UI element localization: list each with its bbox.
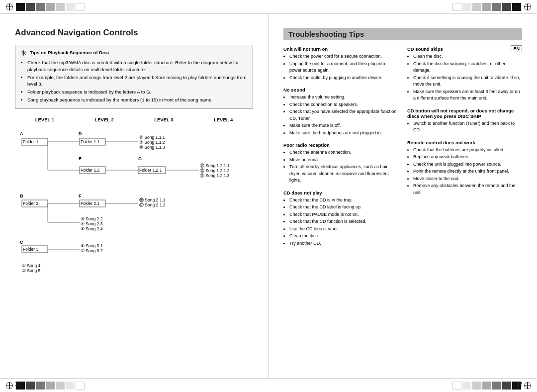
trouble-item: Switch to another function (Tuner) and t… <box>413 120 522 134</box>
trouble-item: Clean the disc. <box>289 233 398 240</box>
folder-diagram: LEVEL 1 LEVEL 2 LEVEL 3 LEVEL 4 A Folder… <box>15 117 253 310</box>
section-poor-radio: Poor radio reception Check the antenna c… <box>283 142 398 184</box>
sun-icon: ✳ <box>20 49 27 57</box>
song212: ⑰ Song 2.1.2 <box>139 202 166 207</box>
tips-box-header: ✳ Tips on Playback Sequence of Disc <box>20 49 248 57</box>
level2-header: LEVEL 2 <box>75 117 134 122</box>
trouble-list: Check the antenna connection. Move anten… <box>283 149 398 184</box>
tips-list: Check that the mp3/WMA disc is created w… <box>20 59 248 103</box>
trouble-item: Check the antenna connection. <box>289 149 398 156</box>
trouble-list: Check that the batteries are properly in… <box>407 147 522 196</box>
right-page-number-fixed: 22 <box>517 382 522 387</box>
folder21-label: Folder 2.1 <box>81 201 100 206</box>
section-heading: Poor radio reception <box>283 142 398 148</box>
level4-header: LEVEL 4 <box>193 117 253 122</box>
trouble-item: Check the unit is plugged into power sou… <box>413 161 522 168</box>
trouble-item: Check the connection to speakers. <box>289 101 398 108</box>
song211: ⑯ Song 2.1.1 <box>139 197 166 202</box>
song1212: ⑭ Song 1.2.1.2 <box>200 168 230 173</box>
level-g-label: G <box>138 156 142 161</box>
bottom-right-crosshair <box>524 382 531 389</box>
trouble-item: Check that you have selected the appropr… <box>289 108 398 122</box>
trouble-item: Check that PAUSE mode is not on. <box>289 211 398 218</box>
level-d-label: D <box>79 131 82 136</box>
trouble-item: Check that the CD is in the tray. <box>289 197 398 204</box>
song23: ④ Song 2.3 <box>81 221 103 226</box>
top-left-strip <box>16 3 85 11</box>
left-page: Advanced Navigation Controls ✳ Tips on P… <box>0 14 268 378</box>
folder2-label: Folder 2 <box>23 201 38 206</box>
level-e-label: E <box>79 156 82 161</box>
trouble-list: Clean the disc. Check the disc for warpi… <box>407 53 522 102</box>
section-heading: CD does not play <box>283 190 398 196</box>
folder11-label: Folder 1.1 <box>81 139 100 144</box>
trouble-item: Clean the disc. <box>413 53 522 60</box>
song1213: ⑮ Song 1.2.1.3 <box>200 173 230 178</box>
trouble-item: Check that the CD function is selected. <box>289 218 398 225</box>
tips-item: Check that the mp3/WMA disc is created w… <box>27 59 248 73</box>
tips-item: Folder playback sequence is indicated by… <box>27 89 248 96</box>
trouble-item: Make sure the headphones are not plugged… <box>289 130 398 137</box>
en-badge: EN <box>511 45 522 52</box>
level-b-label: B <box>20 194 23 198</box>
tips-item: Song playback sequence is indicated by t… <box>27 97 248 103</box>
folder1-label: Folder 1 <box>23 139 38 144</box>
trouble-item: Check if something is causing the unit t… <box>413 75 522 88</box>
section-remote-no-work: Remote control does not work Check that … <box>407 140 522 196</box>
song31: ⑥ Song 3.1 <box>81 243 103 248</box>
trouble-item: Try another CD. <box>289 240 398 247</box>
song24: ⑤ Song 2.4 <box>81 226 103 231</box>
section-unit-no-turn-on: Unit will not turn on Check the power co… <box>283 46 398 81</box>
trouble-left-col: Unit will not turn on Check the power co… <box>283 46 398 253</box>
top-bar <box>0 0 537 14</box>
section-cd-no-play: CD does not play Check that the CD is in… <box>283 190 398 247</box>
main-content: Advanced Navigation Controls ✳ Tips on P… <box>0 14 537 378</box>
trouble-item: Make sure the mute is off. <box>289 122 398 129</box>
trouble-item: Turn off nearby electrical appliances, s… <box>289 164 398 184</box>
trouble-item: Check that the batteries are properly in… <box>413 147 522 154</box>
section-heading: No sound <box>283 87 398 93</box>
level-f-label: F <box>79 194 82 198</box>
section-no-sound: No sound Increase the volume setting. Ch… <box>283 87 398 136</box>
section-cd-sound-skips: CD sound skips Clean the disc. Check the… <box>407 46 522 102</box>
trouble-item: Increase the volume setting. <box>289 94 398 101</box>
trouble-list: Check the power cord for a secure connec… <box>283 53 398 81</box>
section-heading: CD button will not respond, or does not … <box>407 108 522 119</box>
trouble-item: Make sure the speakers are at least 3 fe… <box>413 89 522 102</box>
song112: ⑨ Song 1.1.2 <box>139 140 165 145</box>
folder12-label: Folder 1.2 <box>81 168 100 173</box>
trouble-list: Check that the CD is in the tray. Check … <box>283 197 398 247</box>
right-page: Troubleshooting Tips Unit will not turn … <box>268 14 537 378</box>
trouble-item: Check the power cord for a secure connec… <box>289 53 398 60</box>
bottom-left-crosshair <box>6 382 13 389</box>
diagram-header: LEVEL 1 LEVEL 2 LEVEL 3 LEVEL 4 <box>15 117 253 122</box>
section-heading: Unit will not turn on <box>283 46 398 52</box>
left-page-title: Advanced Navigation Controls <box>15 28 253 38</box>
trouble-right-col: EN CD sound skips Clean the disc. Check … <box>407 46 522 253</box>
section-cd-button-no-respond: CD button will not respond, or does not … <box>407 108 522 134</box>
level-c-label: C <box>20 240 23 245</box>
tips-box: ✳ Tips on Playback Sequence of Disc Chec… <box>15 45 253 109</box>
top-right-crosshair <box>524 3 531 10</box>
right-page-title: Troubleshooting Tips <box>283 28 522 40</box>
tips-item: For example, the folders and songs from … <box>27 74 248 88</box>
trouble-item: Unplug the unit for a moment, and then p… <box>289 61 398 74</box>
section-heading: CD sound skips <box>407 46 522 52</box>
folder3-label: Folder 3 <box>23 247 38 252</box>
top-left-crosshair <box>6 3 13 10</box>
trouble-item: Use the CD lens cleaner. <box>289 226 398 233</box>
trouble-columns: Unit will not turn on Check the power co… <box>283 46 522 253</box>
tips-title: Tips on Playback Sequence of Disc <box>30 49 109 56</box>
trouble-list: Increase the volume setting. Check the c… <box>283 94 398 136</box>
bottom-left-strip <box>16 382 85 390</box>
bottom-bar <box>0 378 537 392</box>
trouble-list: Switch to another function (Tuner) and t… <box>407 120 522 134</box>
level3-header: LEVEL 3 <box>134 117 194 122</box>
trouble-item: Remove any obstacles between the remote … <box>413 183 522 196</box>
trouble-item: Move closer to the unit. <box>413 176 522 183</box>
song111: ⑧ Song 1.1.1 <box>139 135 165 140</box>
song4: ① Song 4 <box>22 263 41 268</box>
trouble-item: Replace any weak batteries. <box>413 154 522 161</box>
song5: ② Song 5 <box>22 268 41 273</box>
trouble-item: Check the disc for warping, scratches, o… <box>413 61 522 74</box>
